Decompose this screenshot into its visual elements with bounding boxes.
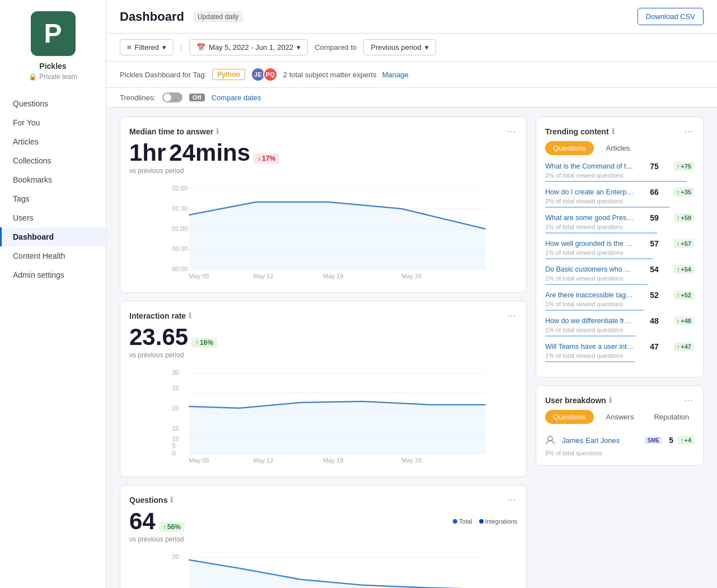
date-range-label: May 5, 2022 - Jun 1, 2022	[209, 43, 293, 52]
trending-item: Are there inaccessible tags in an... 52 …	[545, 291, 694, 311]
filters-bar: ≡ Filtered ▾ | 📅 May 5, 2022 - Jun 1, 20…	[106, 34, 717, 62]
svg-text:0: 0	[172, 450, 176, 456]
trending-menu[interactable]: ⋯	[684, 126, 694, 137]
svg-text:May 19: May 19	[324, 273, 344, 279]
trending-item: How do we differentiate from... 48 ↑+48 …	[545, 316, 694, 337]
interaction-rate-chart: 30 25 20 15 10 5 0	[129, 365, 517, 468]
filter-label: Filtered	[135, 43, 159, 52]
trending-bar-4	[545, 258, 653, 259]
trending-item: What are some good Presales Dec... 59 ↑+…	[545, 213, 694, 234]
sme-count: 2 total subject matter experts	[283, 71, 377, 79]
sidebar-item-users[interactable]: Users	[0, 208, 106, 227]
questions-value: 64 ↑ 56%	[129, 510, 185, 533]
trending-link-6[interactable]: Are there inaccessible tags in an...	[545, 291, 635, 299]
sidebar-item-questions[interactable]: Questions	[0, 94, 106, 113]
median-time-chart: 02:00 01:30 01:00 00:30 00:00	[129, 180, 517, 283]
trending-content-title: Trending content ℹ	[545, 127, 615, 136]
trending-link-3[interactable]: What are some good Presales Dec...	[545, 214, 635, 222]
questions-chart: 20 May 05 May 12 May 19 May 26	[129, 549, 517, 588]
sidebar-item-articles[interactable]: Articles	[0, 132, 106, 151]
filter-button[interactable]: ≡ Filtered ▾	[120, 39, 174, 55]
lock-icon: 🔒	[29, 73, 37, 81]
arrow-down-icon: ↓	[257, 155, 261, 162]
svg-text:30: 30	[172, 369, 179, 376]
trending-tab-questions[interactable]: Questions	[545, 141, 594, 155]
svg-text:May 26: May 26	[402, 457, 422, 464]
trending-link-4[interactable]: How well grounded is the "23...	[545, 240, 635, 248]
trending-percent-3: 1% of total viewed questions	[545, 223, 694, 230]
sidebar-item-for-you[interactable]: For You	[0, 113, 106, 132]
svg-text:25: 25	[172, 385, 179, 391]
date-range-button[interactable]: 📅 May 5, 2022 - Jun 1, 2022 ▾	[189, 39, 308, 55]
median-time-menu[interactable]: ⋯	[507, 126, 517, 137]
trendlines-state: Off	[189, 94, 205, 101]
interaction-rate-menu[interactable]: ⋯	[507, 310, 517, 321]
arrow-up-icon: ↑	[195, 339, 199, 347]
trending-count-5: 54	[650, 265, 659, 274]
svg-text:10: 10	[172, 435, 179, 442]
trending-badge-5: ↑+54	[674, 265, 694, 274]
trending-link-8[interactable]: Will Teams have a user interface (…	[545, 343, 635, 351]
filter-icon: ≡	[127, 43, 132, 52]
questions-vs-period: vs previous period	[129, 535, 517, 543]
interaction-rate-header: Interaction rate ℹ ⋯	[129, 310, 517, 321]
sidebar-item-admin-settings[interactable]: Admin settings	[0, 265, 106, 284]
median-time-value: 1hr 24mins ↓ 17%	[129, 141, 517, 165]
period-button[interactable]: Previous period ▾	[363, 39, 435, 55]
sidebar: P Pickles 🔒 Private team Questions For Y…	[0, 0, 106, 588]
trending-tab-articles[interactable]: Articles	[598, 141, 638, 155]
trendlines-toggle[interactable]	[162, 92, 182, 102]
trending-badge-7: ↑+48	[674, 316, 694, 325]
svg-text:01:00: 01:00	[172, 225, 188, 232]
questions-change: ↑ 56%	[159, 522, 185, 532]
divider: |	[180, 43, 182, 53]
sidebar-item-bookmarks[interactable]: Bookmarks	[0, 170, 106, 189]
page-header: Dashboard Updated daily Download CSV	[106, 0, 717, 34]
trending-info-icon: ℹ	[612, 127, 615, 136]
sidebar-item-tags[interactable]: Tags	[0, 189, 106, 208]
user-breakdown-title: User breakdown ℹ	[545, 396, 612, 405]
svg-point-40	[548, 436, 552, 441]
svg-text:May 05: May 05	[189, 457, 209, 464]
trending-badge-3: ↑+59	[674, 213, 694, 222]
user-breakdown-tabs: Questions Answers Reputation	[545, 410, 694, 424]
svg-marker-35	[189, 560, 486, 588]
chevron-down-icon: ▾	[162, 43, 166, 52]
user-name-1[interactable]: James Earl Jones	[562, 436, 640, 445]
compare-dates-link[interactable]: Compare dates	[212, 94, 261, 102]
trending-percent-4: 1% of total viewed questions	[545, 249, 694, 256]
trending-link-2[interactable]: How do I create an Enterprise (SO...	[545, 188, 635, 196]
svg-text:01:30: 01:30	[172, 205, 188, 212]
trending-item: Do Basic customers who are abov... 54 ↑+…	[545, 265, 694, 285]
trending-content-header: Trending content ℹ ⋯	[545, 126, 694, 137]
period-label: Previous period	[371, 43, 421, 52]
median-time-vs-period: vs previous period	[129, 167, 517, 175]
sidebar-item-collections[interactable]: Collections	[0, 151, 106, 170]
sidebar-item-dashboard[interactable]: Dashboard	[0, 227, 106, 246]
avatar-group: JE PQ	[251, 67, 278, 82]
median-time-title: Median time to answer ℹ	[129, 127, 219, 136]
questions-menu[interactable]: ⋯	[507, 494, 517, 505]
svg-text:20: 20	[172, 405, 179, 412]
trending-link-1[interactable]: What is the Command of the...	[545, 162, 635, 170]
sidebar-item-content-health[interactable]: Content Health	[0, 246, 106, 265]
ub-tab-reputation[interactable]: Reputation	[646, 410, 697, 424]
ub-tab-questions[interactable]: Questions	[545, 410, 594, 424]
trending-link-5[interactable]: Do Basic customers who are abov...	[545, 265, 635, 273]
trending-count-4: 57	[650, 239, 659, 248]
interaction-rate-vs-period: vs previous period	[129, 351, 517, 359]
user-breakdown-header: User breakdown ℹ ⋯	[545, 395, 694, 405]
trending-count-1: 75	[650, 162, 659, 171]
user-breakdown-menu[interactable]: ⋯	[684, 395, 694, 405]
manage-link[interactable]: Manage	[382, 71, 409, 79]
download-csv-button[interactable]: Download CSV	[638, 8, 704, 25]
updated-badge: Updated daily	[193, 11, 243, 22]
user-breakdown-card: User breakdown ℹ ⋯ Questions Answers Rep…	[536, 385, 704, 466]
questions-info-icon: ℹ	[170, 496, 173, 504]
interaction-rate-info-icon: ℹ	[189, 311, 191, 320]
trending-count-7: 48	[650, 316, 659, 325]
ub-tab-answers[interactable]: Answers	[598, 410, 642, 424]
trending-link-7[interactable]: How do we differentiate from...	[545, 317, 635, 325]
trending-item: How well grounded is the "23... 57 ↑+57 …	[545, 239, 694, 259]
trending-badge-1: ↑+75	[674, 162, 694, 171]
